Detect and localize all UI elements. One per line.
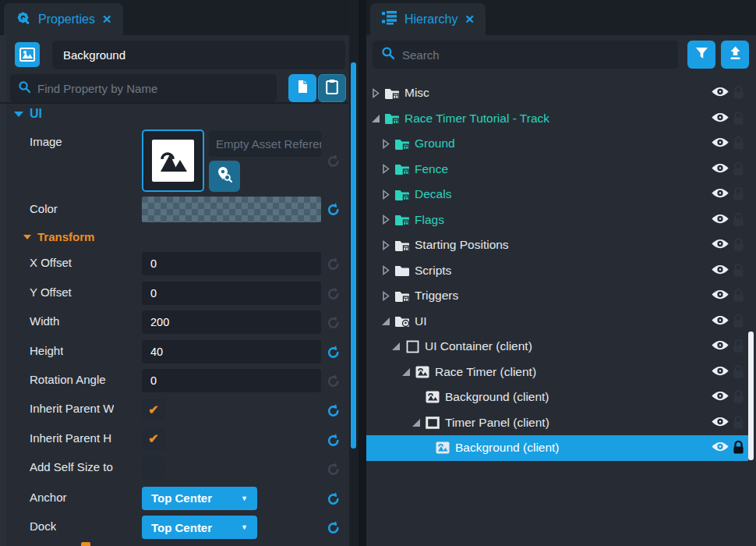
tab-hierarchy[interactable]: Hierarchy ✕ [370, 3, 486, 35]
publish-upload-button[interactable] [721, 41, 749, 69]
lock-icon[interactable] [733, 339, 744, 353]
tree-row[interactable]: Background (client) [366, 435, 748, 461]
expanded-arrow-icon[interactable] [400, 367, 412, 378]
tab-properties[interactable]: Properties ✕ [4, 3, 123, 35]
reset-field-button[interactable] [326, 256, 341, 271]
lock-icon[interactable] [733, 212, 744, 227]
lock-icon[interactable] [733, 364, 744, 379]
properties-scrollbar-thumb[interactable] [351, 62, 356, 448]
reset-checkbox-button[interactable] [326, 461, 341, 477]
tree-row[interactable]: Scripts [366, 258, 756, 284]
visibility-eye-icon[interactable] [711, 264, 730, 277]
lock-icon[interactable] [733, 415, 744, 430]
expanded-arrow-icon[interactable] [369, 113, 382, 124]
visibility-eye-icon[interactable] [711, 314, 730, 328]
lock-icon[interactable] [733, 440, 744, 455]
reset-field-button[interactable] [326, 314, 341, 330]
object-type-image-icon[interactable] [15, 42, 40, 67]
properties-close-icon[interactable]: ✕ [102, 12, 112, 27]
reset-field-button[interactable] [326, 373, 341, 388]
lock-icon[interactable] [733, 389, 744, 404]
section-ui[interactable]: UI [14, 107, 42, 121]
lock-icon[interactable] [733, 288, 744, 303]
expanded-arrow-icon[interactable] [380, 316, 392, 327]
lock-icon[interactable] [733, 314, 744, 328]
dropdown-select[interactable]: Top Center ▼ [142, 487, 257, 510]
visibility-eye-icon[interactable] [711, 289, 730, 302]
reset-color-button[interactable] [326, 201, 341, 217]
reset-dropdown-button[interactable] [326, 519, 341, 535]
tree-row[interactable]: Background (client) [366, 385, 756, 410]
section-transform[interactable]: Transform [23, 230, 94, 243]
dropdown-select[interactable]: Top Center ▼ [142, 516, 257, 539]
lock-icon[interactable] [733, 263, 744, 278]
tree-row[interactable]: UI Container (client) [366, 334, 756, 360]
paste-properties-button[interactable] [318, 74, 346, 102]
checkbox[interactable] [142, 457, 165, 479]
visibility-eye-icon[interactable] [711, 112, 730, 125]
tree-row[interactable]: Decals [366, 182, 756, 207]
tree-row[interactable]: Race Timer (client) [366, 360, 756, 385]
tree-row[interactable]: Starting Positions [366, 232, 756, 258]
visibility-eye-icon[interactable] [711, 339, 730, 353]
collapsed-arrow-icon[interactable] [380, 290, 392, 301]
reset-image-button[interactable] [326, 153, 341, 168]
visibility-eye-icon[interactable] [711, 162, 730, 176]
property-search-input[interactable] [37, 82, 269, 95]
tree-row[interactable]: Flags [366, 207, 756, 233]
checkbox[interactable]: ✔ [142, 428, 165, 450]
collapsed-arrow-icon[interactable] [380, 164, 392, 175]
properties-scrollbar-track[interactable] [349, 0, 359, 546]
hierarchy-search-input[interactable] [402, 48, 669, 62]
field-input[interactable] [142, 310, 321, 334]
field-input[interactable] [142, 282, 321, 305]
reset-checkbox-button[interactable] [326, 402, 341, 418]
tree-row[interactable]: UI [366, 309, 756, 335]
reset-field-button[interactable] [326, 344, 341, 360]
image-asset-thumbnail[interactable] [142, 129, 204, 192]
field-input[interactable] [142, 340, 321, 363]
collapsed-arrow-icon[interactable] [380, 214, 392, 225]
visibility-eye-icon[interactable] [711, 213, 730, 226]
tree-row[interactable]: Misc [366, 80, 756, 106]
tree-row[interactable]: Race Timer Tutorial - Track [366, 106, 756, 132]
reset-dropdown-button[interactable] [326, 491, 341, 506]
hierarchy-search-box[interactable] [373, 41, 678, 69]
tree-row[interactable]: Timer Panel (client) [366, 410, 756, 436]
lock-icon[interactable] [733, 186, 744, 201]
object-name-input[interactable] [52, 41, 345, 69]
reset-checkbox-button[interactable] [326, 432, 341, 448]
tree-row[interactable]: Triggers [366, 283, 756, 309]
copy-properties-button[interactable] [288, 74, 316, 102]
lock-icon[interactable] [733, 85, 744, 100]
visibility-eye-icon[interactable] [711, 441, 730, 454]
collapsed-arrow-icon[interactable] [380, 189, 392, 200]
visibility-eye-icon[interactable] [711, 390, 730, 403]
property-search-box[interactable] [10, 74, 277, 102]
expanded-arrow-icon[interactable] [390, 341, 402, 352]
expanded-arrow-icon[interactable] [410, 417, 422, 428]
tree-row[interactable]: Fence [366, 157, 756, 183]
find-asset-button[interactable] [209, 161, 240, 192]
visibility-eye-icon[interactable] [711, 86, 730, 99]
tree-row[interactable]: Ground [366, 131, 756, 157]
collapsed-arrow-icon[interactable] [380, 239, 392, 250]
collapsed-arrow-icon[interactable] [380, 265, 392, 276]
lock-icon[interactable] [733, 161, 744, 176]
visibility-eye-icon[interactable] [711, 365, 730, 378]
field-input[interactable] [142, 369, 321, 392]
filter-button[interactable] [687, 41, 715, 69]
visibility-eye-icon[interactable] [711, 136, 730, 150]
hierarchy-scrollbar-thumb[interactable] [748, 332, 754, 460]
lock-icon[interactable] [733, 136, 744, 151]
hierarchy-close-icon[interactable]: ✕ [465, 12, 475, 27]
reset-field-button[interactable] [326, 285, 341, 301]
checkbox[interactable]: ✔ [142, 399, 165, 420]
lock-icon[interactable] [733, 111, 744, 126]
visibility-eye-icon[interactable] [711, 238, 730, 251]
collapsed-arrow-icon[interactable] [369, 87, 382, 98]
collapsed-arrow-icon[interactable] [380, 138, 392, 149]
visibility-eye-icon[interactable] [711, 416, 730, 429]
color-swatch[interactable] [142, 197, 321, 222]
field-input[interactable] [142, 252, 321, 275]
